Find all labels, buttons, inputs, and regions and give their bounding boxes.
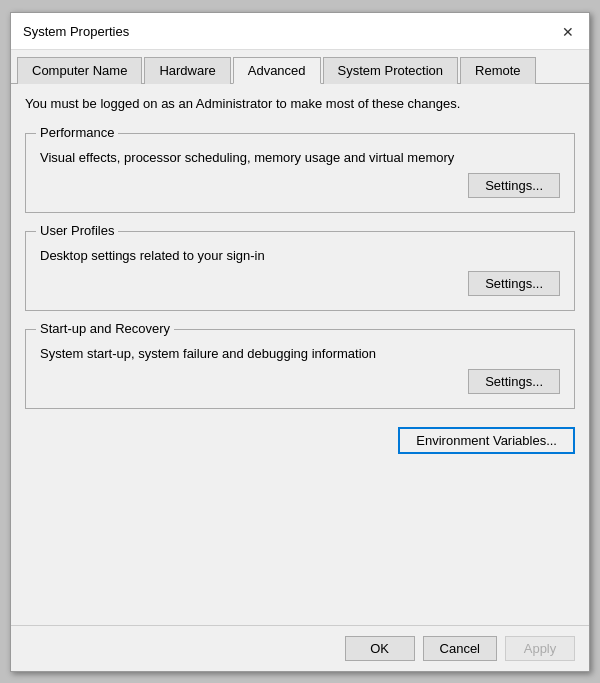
performance-settings-button[interactable]: Settings... (468, 173, 560, 198)
apply-button[interactable]: Apply (505, 636, 575, 661)
environment-variables-button[interactable]: Environment Variables... (398, 427, 575, 454)
user-profiles-settings-row: Settings... (40, 271, 560, 296)
user-profiles-group: User Profiles Desktop settings related t… (25, 231, 575, 311)
user-profiles-settings-button[interactable]: Settings... (468, 271, 560, 296)
tab-hardware[interactable]: Hardware (144, 57, 230, 84)
title-bar: System Properties ✕ (11, 13, 589, 50)
tab-computer-name[interactable]: Computer Name (17, 57, 142, 84)
startup-recovery-group: Start-up and Recovery System start-up, s… (25, 329, 575, 409)
tab-system-protection[interactable]: System Protection (323, 57, 459, 84)
user-profiles-group-desc: Desktop settings related to your sign-in (40, 248, 560, 263)
startup-recovery-settings-row: Settings... (40, 369, 560, 394)
footer-buttons: OK Cancel Apply (11, 625, 589, 671)
performance-group: Performance Visual effects, processor sc… (25, 133, 575, 213)
performance-settings-row: Settings... (40, 173, 560, 198)
startup-recovery-settings-button[interactable]: Settings... (468, 369, 560, 394)
performance-group-title: Performance (36, 125, 118, 140)
env-var-row: Environment Variables... (25, 427, 575, 454)
admin-info-text: You must be logged on as an Administrato… (25, 96, 575, 111)
startup-recovery-group-desc: System start-up, system failure and debu… (40, 346, 560, 361)
tab-advanced[interactable]: Advanced (233, 57, 321, 84)
tab-remote[interactable]: Remote (460, 57, 536, 84)
cancel-button[interactable]: Cancel (423, 636, 497, 661)
content-area: You must be logged on as an Administrato… (11, 84, 589, 625)
tabs-bar: Computer Name Hardware Advanced System P… (11, 50, 589, 84)
close-button[interactable]: ✕ (557, 21, 579, 43)
performance-group-desc: Visual effects, processor scheduling, me… (40, 150, 560, 165)
system-properties-window: System Properties ✕ Computer Name Hardwa… (10, 12, 590, 672)
window-title: System Properties (23, 24, 129, 39)
user-profiles-group-title: User Profiles (36, 223, 118, 238)
startup-recovery-group-title: Start-up and Recovery (36, 321, 174, 336)
ok-button[interactable]: OK (345, 636, 415, 661)
